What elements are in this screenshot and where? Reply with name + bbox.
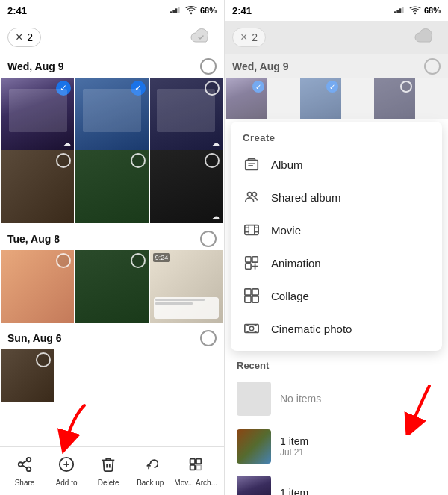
menu-item-collage[interactable]: Collage xyxy=(231,279,442,312)
photo-check xyxy=(56,253,71,268)
move-icon xyxy=(187,456,204,476)
create-header: Create xyxy=(231,128,442,148)
photo-check xyxy=(36,352,51,367)
time-badge: 9:24 xyxy=(153,253,171,262)
top-bar-right: × 2 xyxy=(225,21,448,54)
date-section-sun: Sun, Aug 6 xyxy=(0,326,224,349)
cloud-icon xyxy=(188,27,212,48)
svg-rect-22 xyxy=(246,161,258,170)
delete-button[interactable]: Delete xyxy=(90,456,126,487)
photo-check xyxy=(56,153,71,168)
time-right: 2:41 xyxy=(232,5,252,16)
add-to-label: Add to xyxy=(56,479,78,487)
recent-item-1[interactable]: 1 item Jul 21 xyxy=(225,423,448,470)
photo-cell[interactable] xyxy=(1,349,54,402)
cloud-indicator: ☁ xyxy=(212,212,220,220)
svg-rect-16 xyxy=(196,464,201,469)
select-all-wed[interactable] xyxy=(200,58,217,75)
svg-point-25 xyxy=(248,193,252,197)
cinematic-label: Cinematic photo xyxy=(271,323,352,335)
photo-cell[interactable] xyxy=(1,250,74,323)
svg-point-26 xyxy=(252,193,257,197)
svg-point-21 xyxy=(414,13,416,14)
signal-icon-right xyxy=(394,6,406,15)
svg-point-7 xyxy=(27,467,31,471)
right-panel: 2:41 68% × 2 xyxy=(224,0,448,495)
svg-rect-14 xyxy=(196,458,201,463)
photo-cell[interactable]: ✓ xyxy=(75,78,148,150)
photo-cell[interactable] xyxy=(1,150,74,222)
movie-label: Movie xyxy=(271,224,301,237)
cloud-icon-right xyxy=(412,27,436,48)
no-items-label: No items xyxy=(280,393,321,405)
wifi-icon xyxy=(185,6,197,15)
count-right: 2 xyxy=(252,31,258,43)
svg-rect-18 xyxy=(396,10,399,13)
svg-rect-36 xyxy=(246,264,251,269)
share-button[interactable]: Share xyxy=(7,456,43,487)
menu-item-movie[interactable]: Movie xyxy=(231,214,442,246)
menu-item-animation[interactable]: Animation xyxy=(231,246,442,279)
svg-point-42 xyxy=(249,326,254,331)
album-label: Album xyxy=(271,158,303,171)
menu-item-cinematic[interactable]: Cinematic photo xyxy=(231,312,442,345)
notification-detail xyxy=(154,297,219,319)
svg-rect-40 xyxy=(252,296,258,302)
status-bar-left: 2:41 68% xyxy=(0,0,224,21)
move-button[interactable]: Mov... Arch... xyxy=(174,456,217,487)
photo-cell-right: ✓ xyxy=(300,78,341,119)
svg-rect-1 xyxy=(172,10,175,13)
recent-thumb-1 xyxy=(237,429,271,464)
photo-cell[interactable] xyxy=(75,150,148,222)
svg-rect-41 xyxy=(245,325,258,333)
collage-icon xyxy=(243,287,261,305)
date-section-wed: Wed, Aug 9 xyxy=(0,54,224,78)
date-label-right: Wed, Aug 9 xyxy=(232,60,424,72)
recent-item-2[interactable]: 1 item xyxy=(225,470,448,495)
photo-cell[interactable] xyxy=(75,250,148,323)
bottom-wrapper: Share Add to xyxy=(0,446,224,495)
recent-item-title-2: 1 item xyxy=(280,487,436,495)
svg-point-6 xyxy=(19,462,23,467)
select-all-tue[interactable] xyxy=(200,231,217,247)
cloud-area-right xyxy=(408,21,441,54)
cinematic-icon xyxy=(243,320,261,337)
photo-check xyxy=(205,153,220,168)
recent-item-info-2: 1 item xyxy=(280,487,436,495)
photos-scroll-area[interactable]: Wed, Aug 9 ✓ ☁ ✓ ☁ xyxy=(0,54,224,446)
selection-badge-right: × 2 xyxy=(232,28,266,47)
svg-rect-17 xyxy=(394,11,396,13)
cloud-indicator: ☁ xyxy=(63,139,71,147)
backup-button[interactable]: Back up xyxy=(132,456,168,487)
photo-cell[interactable]: ☁ xyxy=(150,150,223,222)
select-all-sun[interactable] xyxy=(200,330,217,346)
photo-cell[interactable]: ☁ xyxy=(150,78,223,150)
photo-cell[interactable]: 9:24 xyxy=(150,250,223,323)
photo-cell[interactable]: ✓ ☁ xyxy=(1,78,74,150)
svg-line-9 xyxy=(22,460,27,463)
selection-badge[interactable]: × 2 xyxy=(7,28,41,47)
status-bar-right: 2:41 68% xyxy=(225,0,448,21)
svg-rect-3 xyxy=(178,7,180,13)
recent-item-title-1: 1 item xyxy=(280,435,436,447)
recent-header: Recent xyxy=(225,354,448,374)
wifi-icon-right xyxy=(409,6,421,15)
movie-icon xyxy=(243,221,261,239)
recent-section: Recent No items 1 item Jul 21 xyxy=(225,354,448,495)
no-items-row: No items xyxy=(225,374,448,423)
shared-album-label: Shared album xyxy=(271,191,340,204)
svg-rect-0 xyxy=(170,11,172,13)
svg-rect-15 xyxy=(190,464,195,469)
date-section-right: Wed, Aug 9 xyxy=(225,54,448,78)
backup-icon xyxy=(142,456,158,476)
photo-check-r: ✓ xyxy=(326,81,338,93)
share-label: Share xyxy=(15,479,35,487)
svg-rect-13 xyxy=(190,458,195,463)
svg-rect-19 xyxy=(399,8,402,13)
menu-item-album[interactable]: Album xyxy=(231,148,442,181)
close-selection-button[interactable]: × xyxy=(16,31,22,43)
svg-rect-39 xyxy=(245,296,251,302)
add-to-button[interactable]: Add to xyxy=(49,456,84,487)
recent-item-info-1: 1 item Jul 21 xyxy=(280,435,436,458)
menu-item-shared-album[interactable]: Shared album xyxy=(231,181,442,214)
